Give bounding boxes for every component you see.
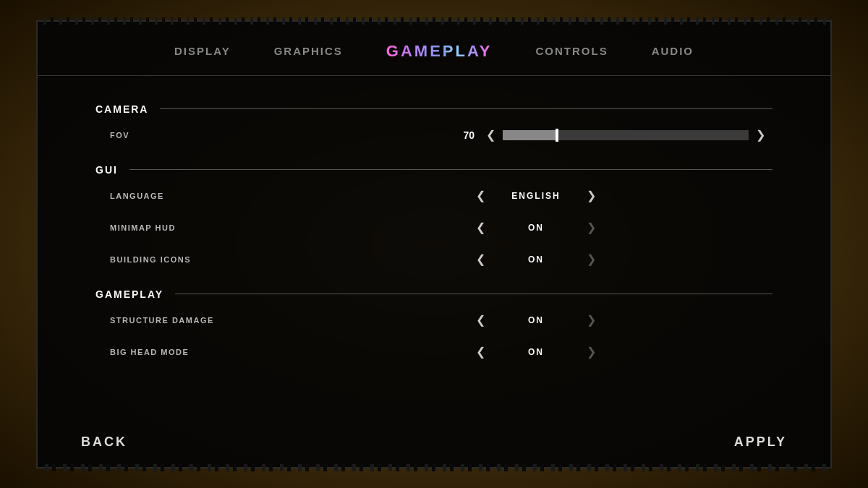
minimap-hud-value: ON: [493, 223, 579, 233]
big-head-mode-value: ON: [493, 347, 579, 357]
fov-left-arrow[interactable]: ❮: [479, 127, 503, 144]
section-gameplay-line: [175, 294, 773, 294]
setting-control-minimap-hud: ❮ ON ❯: [469, 219, 773, 236]
fov-value: 70: [446, 129, 475, 141]
back-button[interactable]: BACK: [81, 435, 127, 450]
tab-display[interactable]: DISPLAY: [174, 45, 231, 57]
setting-control-fov: 70 ❮ ❯: [446, 127, 773, 144]
section-camera-line: [160, 108, 773, 109]
language-right-arrow[interactable]: ❯: [579, 187, 603, 205]
section-camera-title: CAMERA: [95, 103, 148, 115]
setting-label-minimap-hud: MINIMAP HUD: [95, 223, 327, 232]
section-gui-line: [129, 169, 773, 170]
tab-gameplay[interactable]: GAMEPLAY: [386, 42, 493, 61]
apply-button[interactable]: APPLY: [734, 435, 787, 450]
fov-slider-track[interactable]: [503, 130, 749, 140]
language-left-arrow[interactable]: ❮: [469, 187, 493, 205]
section-camera-header: CAMERA: [95, 103, 773, 115]
big-head-mode-right-arrow[interactable]: ❯: [579, 343, 603, 361]
setting-label-fov: FOV: [95, 131, 327, 140]
settings-content: CAMERA FOV 70 ❮ ❯ GUI LANGUAGE: [38, 76, 830, 420]
big-head-mode-left-arrow[interactable]: ❮: [469, 343, 493, 361]
setting-row-big-head-mode: BIG HEAD MODE ❮ ON ❯: [95, 336, 773, 368]
fov-slider-fill: [503, 130, 557, 140]
nav-tabs: DISPLAY GRAPHICS GAMEPLAY CONTROLS AUDIO: [38, 22, 830, 76]
building-icons-value: ON: [493, 254, 579, 265]
setting-control-language: ❮ ENGLISH ❯: [469, 187, 773, 205]
section-gameplay-header: GAMEPLAY: [95, 288, 773, 300]
setting-row-structure-damage: STRUCTURE DAMAGE ❮ ON ❯: [95, 304, 773, 336]
section-gameplay-title: GAMEPLAY: [95, 288, 163, 300]
setting-control-big-head-mode: ❮ ON ❯: [469, 343, 773, 361]
setting-control-structure-damage: ❮ ON ❯: [469, 312, 773, 329]
building-icons-right-arrow[interactable]: ❯: [579, 251, 603, 268]
structure-damage-value: ON: [493, 315, 579, 325]
setting-row-building-icons: BUILDING ICONS ❮ ON ❯: [95, 244, 773, 275]
fov-slider-thumb: [556, 129, 558, 142]
minimap-hud-right-arrow[interactable]: ❯: [579, 219, 603, 236]
fov-right-arrow[interactable]: ❯: [749, 127, 773, 144]
structure-damage-right-arrow[interactable]: ❯: [579, 312, 603, 329]
settings-panel: DISPLAY GRAPHICS GAMEPLAY CONTROLS AUDIO…: [36, 20, 832, 468]
setting-label-language: LANGUAGE: [95, 192, 327, 200]
structure-damage-left-arrow[interactable]: ❮: [469, 312, 493, 329]
setting-row-fov: FOV 70 ❮ ❯: [95, 119, 773, 151]
setting-label-building-icons: BUILDING ICONS: [95, 255, 327, 264]
tab-graphics[interactable]: GRAPHICS: [274, 45, 343, 57]
setting-row-language: LANGUAGE ❮ ENGLISH ❯: [95, 180, 773, 212]
building-icons-left-arrow[interactable]: ❮: [469, 251, 493, 268]
tab-audio[interactable]: AUDIO: [652, 45, 694, 57]
tab-controls[interactable]: CONTROLS: [535, 45, 608, 57]
setting-label-big-head-mode: BIG HEAD MODE: [95, 348, 327, 356]
minimap-hud-left-arrow[interactable]: ❮: [469, 219, 493, 236]
bottom-bar: BACK APPLY: [38, 420, 830, 467]
section-gui-title: GUI: [95, 164, 118, 176]
setting-row-minimap-hud: MINIMAP HUD ❮ ON ❯: [95, 212, 773, 244]
setting-control-building-icons: ❮ ON ❯: [469, 251, 773, 268]
section-gui-header: GUI: [95, 164, 773, 176]
setting-label-structure-damage: STRUCTURE DAMAGE: [95, 316, 327, 325]
language-value: ENGLISH: [493, 191, 579, 201]
